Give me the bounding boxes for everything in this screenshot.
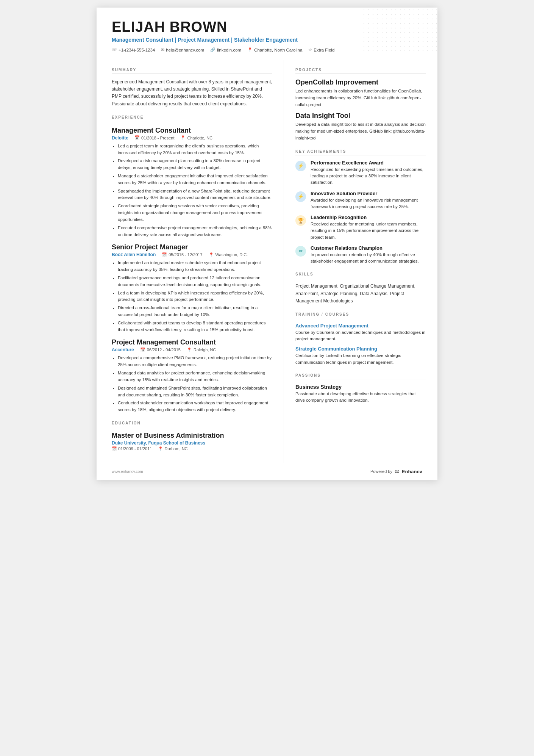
project-2-title: Data Insight Tool bbox=[295, 112, 426, 120]
resume-footer: www.enhancv.com Powered by ∞ Enhancv bbox=[97, 463, 437, 480]
achievement-2-icon: ⚡ bbox=[295, 191, 306, 202]
list-item: Led a team in developing KPIs which incr… bbox=[118, 290, 272, 304]
linkedin-value: linkedin.com bbox=[217, 48, 241, 52]
course-1: Advanced Project Management Course by Co… bbox=[295, 323, 426, 343]
job-3-date: 📅 06/2012 - 04/2015 bbox=[140, 347, 181, 352]
left-column: SUMMARY Experienced Management Consultan… bbox=[97, 60, 284, 463]
summary-text: Experienced Management Consultant with o… bbox=[112, 78, 272, 108]
contact-line: ☏ +1-(234)-555-1234 ✉ help@enhancv.com 🔗… bbox=[112, 47, 422, 52]
list-item: Managed data analytics for project perfo… bbox=[118, 370, 272, 383]
powered-by-label: Powered by bbox=[370, 469, 392, 474]
list-item: Designed and maintained SharePoint sites… bbox=[118, 385, 272, 399]
project-1-desc: Led enhancements in collaboration functi… bbox=[295, 88, 426, 108]
summary-section-label: SUMMARY bbox=[112, 68, 272, 74]
achievement-4-content: Customer Relations Champion Improved cus… bbox=[311, 245, 426, 265]
job-3-company: Accenture bbox=[112, 347, 134, 352]
extra-value: Extra Field bbox=[314, 48, 334, 52]
job-2: Senior Project Manager Booz Allen Hamilt… bbox=[112, 243, 272, 333]
achievement-1-content: Performance Excellence Award Recognized … bbox=[311, 160, 426, 186]
edu-date-item: 📅 01/2009 - 01/2011 bbox=[112, 446, 152, 451]
achievement-4-desc: Improved customer retention by 40% throu… bbox=[311, 252, 426, 265]
course-2-desc: Certification by LinkedIn Learning on ef… bbox=[295, 352, 426, 366]
experience-section-label: EXPERIENCE bbox=[112, 115, 272, 121]
calendar-icon-edu: 📅 bbox=[112, 446, 117, 451]
job-1: Management Consultant Deloitte 📅 01/2018… bbox=[112, 127, 272, 238]
achievement-3-desc: Received accolade for mentoring junior t… bbox=[311, 221, 426, 241]
achievement-4-title: Customer Relations Champion bbox=[311, 245, 426, 251]
passions-section-label: PASSIONS bbox=[295, 373, 426, 379]
phone-icon: ☏ bbox=[112, 47, 117, 52]
edu-meta: 📅 01/2009 - 01/2011 📍 Durham, NC bbox=[112, 446, 272, 451]
list-item: Implemented an integrated master schedul… bbox=[118, 260, 272, 273]
job-1-title: Management Consultant bbox=[112, 127, 272, 135]
training-section-label: TRAINING / COURSES bbox=[295, 312, 426, 318]
achievement-2-title: Innovative Solution Provider bbox=[311, 191, 426, 196]
passion-1-title: Business Strategy bbox=[295, 384, 426, 390]
enhancv-brand-name: Enhancv bbox=[402, 469, 422, 474]
contact-extra: ☆ Extra Field bbox=[308, 47, 334, 52]
pin-icon-2: 📍 bbox=[209, 252, 214, 257]
achievement-3-content: Leadership Recognition Received accolade… bbox=[311, 214, 426, 241]
achievements-section-label: KEY ACHIEVEMENTS bbox=[295, 149, 426, 155]
list-item: Facilitated governance meetings and prod… bbox=[118, 275, 272, 288]
job-2-title: Senior Project Manager bbox=[112, 243, 272, 251]
job-3-title: Project Management Consultant bbox=[112, 338, 272, 346]
pin-icon-edu: 📍 bbox=[158, 446, 163, 451]
email-icon: ✉ bbox=[161, 47, 164, 52]
list-item: Executed comprehensive project managemen… bbox=[118, 225, 272, 238]
resume-header: ELIJAH BROWN Management Consultant | Pro… bbox=[97, 8, 437, 60]
edu-school: Duke University, Fuqua School of Busines… bbox=[112, 440, 272, 446]
job-3-bullets: Developed a comprehensive PMO framework,… bbox=[112, 355, 272, 413]
course-2-title: Strategic Communication Planning bbox=[295, 346, 426, 352]
email-value: help@enhancv.com bbox=[166, 48, 204, 52]
achievement-4: ✏ Customer Relations Champion Improved c… bbox=[295, 245, 426, 265]
edu-location-item: 📍 Durham, NC bbox=[158, 446, 187, 451]
project-1: OpenCollab Improvement Led enhancements … bbox=[295, 78, 426, 108]
achievement-4-icon: ✏ bbox=[295, 246, 306, 257]
job-2-date: 📅 05/2015 - 12/2017 bbox=[162, 252, 202, 257]
passion-1: Business Strategy Passionate about devel… bbox=[295, 384, 426, 404]
job-2-bullets: Implemented an integrated master schedul… bbox=[112, 260, 272, 333]
candidate-title: Management Consultant | Project Manageme… bbox=[112, 37, 422, 43]
job-1-bullets: Led a project team in reorganizing the c… bbox=[112, 143, 272, 238]
job-2-company: Booz Allen Hamilton bbox=[112, 252, 156, 257]
job-1-meta: Deloitte 📅 01/2018 - Present 📍 Charlotte… bbox=[112, 135, 272, 141]
achievement-1-icon: ⚡ bbox=[295, 161, 306, 171]
candidate-name: ELIJAH BROWN bbox=[112, 19, 422, 35]
job-1-location: 📍 Charlotte, NC bbox=[180, 135, 212, 140]
project-2-desc: Developed a data insight tool to assist … bbox=[295, 121, 426, 141]
list-item: Spearheaded the implementation of a new … bbox=[118, 188, 272, 202]
list-item: Coordinated strategic planning sessions … bbox=[118, 203, 272, 223]
project-1-title: OpenCollab Improvement bbox=[295, 78, 426, 86]
list-item: Led a project team in reorganizing the c… bbox=[118, 143, 272, 157]
job-2-meta: Booz Allen Hamilton 📅 05/2015 - 12/2017 … bbox=[112, 252, 272, 257]
list-item: Developed a comprehensive PMO framework,… bbox=[118, 355, 272, 368]
job-3: Project Management Consultant Accenture … bbox=[112, 338, 272, 413]
footer-brand: Powered by ∞ Enhancv bbox=[370, 468, 422, 476]
course-1-desc: Course by Coursera on advanced technique… bbox=[295, 329, 426, 343]
list-item: Managed a stakeholder engagement initiat… bbox=[118, 173, 272, 186]
passion-1-desc: Passionate about developing effective bu… bbox=[295, 391, 426, 404]
achievement-2-content: Innovative Solution Provider Awarded for… bbox=[311, 191, 426, 210]
contact-email: ✉ help@enhancv.com bbox=[161, 47, 204, 52]
calendar-icon-1: 📅 bbox=[134, 135, 140, 140]
contact-phone: ☏ +1-(234)-555-1234 bbox=[112, 47, 155, 52]
job-3-location: 📍 Raleigh, NC bbox=[187, 347, 216, 352]
achievement-1-title: Performance Excellence Award bbox=[311, 160, 426, 166]
edu-degree: Master of Business Administration bbox=[112, 432, 272, 440]
list-item: Conducted stakeholder communication work… bbox=[118, 400, 272, 413]
location-icon: 📍 bbox=[247, 47, 253, 52]
education-section-label: EDUCATION bbox=[112, 421, 272, 427]
job-1-date: 📅 01/2018 - Present bbox=[134, 135, 174, 140]
list-item: Directed a cross-functional team for a m… bbox=[118, 305, 272, 318]
project-2: Data Insight Tool Developed a data insig… bbox=[295, 112, 426, 141]
skills-section-label: SKILLS bbox=[295, 272, 426, 278]
right-column: PROJECTS OpenCollab Improvement Led enha… bbox=[284, 60, 437, 463]
pin-icon-1: 📍 bbox=[180, 135, 186, 140]
location-value: Charlotte, North Carolina bbox=[254, 48, 302, 52]
contact-linkedin: 🔗 linkedin.com bbox=[210, 47, 241, 52]
enhancv-infinity-icon: ∞ bbox=[395, 468, 400, 476]
star-icon: ☆ bbox=[308, 47, 312, 52]
calendar-icon-2: 📅 bbox=[162, 252, 167, 257]
resume-body: SUMMARY Experienced Management Consultan… bbox=[97, 60, 437, 463]
